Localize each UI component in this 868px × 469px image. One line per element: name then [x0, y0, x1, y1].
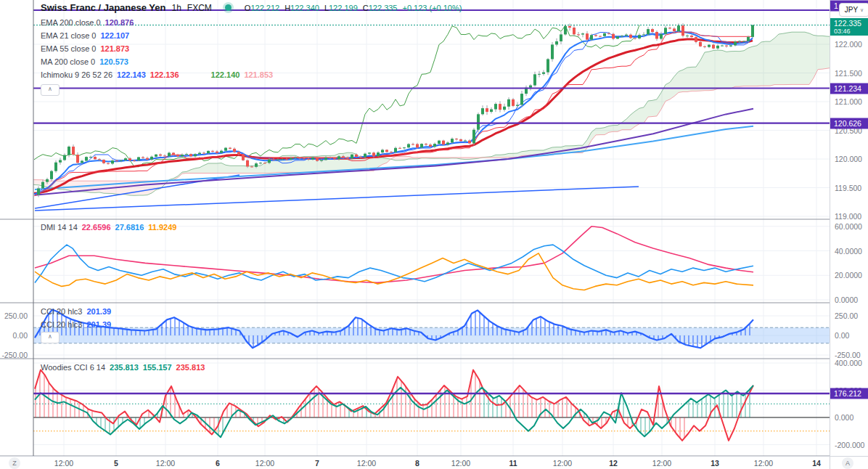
time-tick-label: 12:00: [357, 459, 376, 468]
time-tick-label: 12:00: [54, 459, 73, 468]
time-tick-label: 13: [711, 459, 719, 468]
legend-value: 11.9249: [148, 223, 176, 232]
time-tick-label: 6: [216, 459, 220, 468]
time-tick-label: 12:00: [652, 459, 671, 468]
time-tick-label: 12:00: [553, 459, 572, 468]
time-tick-label: 14: [812, 459, 821, 468]
time-tick-label: 12:00: [754, 459, 773, 468]
chevron-up-icon: ∧: [48, 333, 52, 340]
axis-corner-separator: [830, 457, 830, 469]
time-tick-label: 12:00: [255, 459, 274, 468]
axis-tick-label: 121.000: [835, 97, 862, 106]
legend-value: 122.143: [117, 70, 146, 79]
axis-tick-label: 0.00: [835, 331, 849, 340]
legend-value: 120.573: [99, 57, 128, 66]
last-price-badge: 122.33503:46: [830, 18, 868, 36]
axis-tick-label: 121.500: [835, 69, 862, 78]
symbol-title[interactable]: Swiss Franc / Japanese Yen: [41, 2, 165, 13]
change-value: +0.123 (+0.10%): [402, 4, 462, 12]
axis-tick-label: 60.0000: [835, 222, 862, 231]
legend-value: 201.39: [86, 320, 111, 329]
legend-value: 122.107: [100, 31, 129, 40]
axis-tick-label: 250.00: [835, 311, 858, 320]
legend-value: 122.136: [150, 70, 179, 79]
indicator-line-badge: 176.212: [830, 388, 868, 399]
auto-scale-button[interactable]: A: [842, 457, 853, 469]
time-tick-label: 12:00: [156, 459, 175, 468]
legend-ema200: EMA 200 close 0120.876: [41, 18, 134, 27]
time-tick-label: 5: [114, 459, 118, 468]
legend-cci-2: CCI 20 hlc3201.39: [41, 320, 111, 329]
cci-left-tick-label: -250.00: [1, 351, 28, 359]
legend-woodies: Woodies CCI 6 14235.813155.157235.813: [41, 363, 205, 372]
cci-left-tick-label: 0.00: [13, 331, 28, 340]
chevron-down-icon: ∨: [860, 7, 864, 13]
legend-value: 22.6596: [82, 223, 111, 232]
exchange-label: FXCM: [187, 3, 212, 13]
legend-ema55: EMA 55 close 0121.873: [41, 44, 129, 53]
axis-tick-label: -200.000: [835, 441, 864, 449]
time-tick-label: 7: [315, 459, 319, 468]
axis-tick-label: 119.000: [835, 212, 861, 221]
legend-value: 120.876: [105, 18, 134, 27]
interval-label[interactable]: 1h: [171, 3, 181, 13]
collapse-cci-button[interactable]: ∧: [41, 332, 60, 343]
legend-value: 155.157: [143, 363, 172, 372]
legend-value: 122.140: [211, 70, 240, 79]
timezone-button[interactable]: Z: [9, 457, 20, 469]
legend-value: 27.6816: [115, 223, 144, 232]
price-axis[interactable]: 122.000121.500121.000120.500120.000119.5…: [830, 0, 868, 456]
price-line-badge: 120.626: [830, 118, 868, 129]
cci-left-axis: 250.000.00-250.00: [0, 0, 30, 469]
collapse-legend-button[interactable]: ∧: [41, 84, 60, 96]
axis-tick-label: 20.0000: [835, 271, 862, 280]
axis-tick-label: 120.000: [835, 155, 862, 163]
time-tick-label: 12:00: [451, 459, 470, 468]
trading-chart-window: Swiss Franc / Japanese Yen 1h FXCM O122.…: [0, 0, 868, 469]
axis-tick-label: 0.000: [835, 413, 853, 422]
legend-value: 235.813: [110, 363, 139, 372]
chart-header: Swiss Franc / Japanese Yen 1h FXCM O122.…: [41, 2, 462, 13]
currency-dropdown[interactable]: JPY∨: [839, 3, 868, 17]
axis-tick-label: 400.000: [835, 359, 862, 367]
chevron-up-icon: ∧: [48, 86, 52, 92]
axis-tick-label: 0.0000: [835, 295, 858, 304]
time-tick-label: 12: [609, 459, 618, 468]
legend-dmi: DMI 14 1422.659627.681611.9249: [41, 223, 176, 232]
legend-value: 235.813: [176, 363, 205, 372]
time-tick-label: 8: [415, 459, 419, 468]
time-axis[interactable]: Z A 12:00512:00612:00712:00812:001112:00…: [0, 456, 868, 469]
cci-left-tick-label: 250.00: [4, 311, 28, 320]
legend-ichimoku: Ichimoku 9 26 52 26122.143122.136122.140…: [41, 70, 273, 79]
price-line-badge: 121.234: [830, 83, 868, 94]
legend-cci-1: CCI 20 hlc3201.39: [41, 307, 111, 316]
legend-ma200: MA 200 close 0120.573: [41, 57, 128, 66]
axis-tick-label: 40.0000: [835, 247, 862, 256]
axis-tick-label: 122.000: [835, 40, 862, 49]
legend-ema21: EMA 21 close 0122.107: [41, 31, 129, 40]
ohlc-values: O122.212 H122.340 L122.199 C122.335 +0.1…: [245, 4, 462, 12]
time-tick-label: 11: [509, 459, 517, 468]
legend-value: 121.873: [100, 44, 129, 53]
legend-value: 201.39: [86, 307, 111, 316]
axis-tick-label: 119.500: [835, 184, 861, 192]
market-status-icon: [225, 4, 232, 11]
legend-value: 121.853: [244, 70, 273, 79]
